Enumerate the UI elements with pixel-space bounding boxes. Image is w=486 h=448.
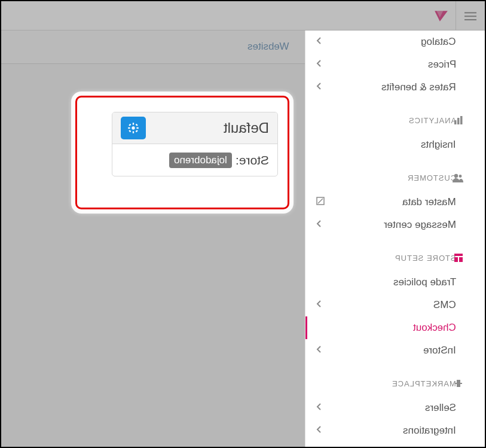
- sidebar-label: Catalog: [421, 36, 456, 48]
- highlight-callout: Default: [75, 96, 289, 209]
- section-label: ANALYTICS: [408, 116, 456, 125]
- sidebar-label: Rates & benefits: [381, 81, 456, 93]
- sidebar-item-sellers[interactable]: Sellers: [305, 397, 485, 419]
- sidebar-label: Checkout: [413, 322, 456, 334]
- store-badge: lojadobreno: [169, 153, 232, 168]
- store-value: lojadobreno: [174, 154, 227, 166]
- svg-point-6: [454, 174, 458, 178]
- settings-button[interactable]: [121, 117, 146, 139]
- svg-rect-19: [136, 130, 138, 132]
- store-label: Store:: [236, 153, 269, 167]
- section-label: STORE SETUP: [395, 254, 456, 263]
- sidebar-item-catalog[interactable]: Catalog: [305, 31, 485, 53]
- svg-rect-20: [136, 124, 138, 126]
- svg-rect-3: [454, 120, 457, 124]
- sidebar-item-checkout[interactable]: Checkout: [305, 316, 485, 339]
- chevron-left-icon: [316, 402, 322, 414]
- sidebar-item-insights[interactable]: Insights: [305, 133, 485, 156]
- svg-point-7: [459, 175, 462, 178]
- dim-overlay-top: [1, 1, 485, 31]
- section-label: CUSTOMER: [407, 173, 456, 182]
- external-link-icon: [316, 196, 325, 208]
- section-label: MARKETPLACE: [392, 379, 456, 388]
- svg-rect-10: [454, 254, 463, 256]
- sidebar-label: Message center: [384, 219, 456, 231]
- chevron-left-icon: [316, 345, 322, 356]
- chevron-left-icon: [316, 36, 322, 48]
- chevron-left-icon: [316, 81, 322, 93]
- svg-rect-5: [460, 116, 463, 124]
- svg-rect-17: [136, 127, 138, 129]
- sidebar-section-customer: CUSTOMER: [305, 164, 485, 191]
- chevron-left-icon: [316, 425, 322, 437]
- svg-rect-15: [133, 131, 134, 133]
- card-header: Default: [112, 112, 277, 144]
- dim-overlay: [1, 31, 305, 447]
- sidebar-label: Prices: [428, 59, 456, 71]
- chevron-left-icon: [316, 219, 322, 231]
- sidebar-section-store-setup: STORE SETUP: [305, 245, 485, 271]
- svg-rect-16: [128, 127, 130, 129]
- sidebar-label: Integrations: [403, 425, 456, 437]
- svg-point-13: [132, 126, 135, 129]
- card-store-row: Store: lojadobreno: [112, 144, 277, 176]
- svg-rect-12: [459, 257, 463, 262]
- sidebar-label: Sellers: [425, 402, 456, 414]
- gear-icon: [127, 122, 139, 134]
- svg-rect-21: [129, 130, 131, 132]
- sidebar-item-integrations[interactable]: Integrations: [305, 419, 485, 442]
- sidebar-item-instore[interactable]: InStore: [305, 339, 485, 362]
- sidebar-item-prices[interactable]: Prices: [305, 53, 485, 76]
- sidebar: Catalog Prices Rates & benefits ANALYTIC…: [305, 31, 485, 447]
- svg-rect-11: [454, 257, 458, 262]
- sidebar-label: CMS: [433, 299, 456, 311]
- chevron-left-icon: [316, 59, 322, 71]
- sidebar-item-cms[interactable]: CMS: [305, 294, 485, 316]
- svg-line-9: [318, 199, 323, 203]
- sidebar-section-analytics: ANALYTICS: [305, 107, 485, 133]
- card-title: Default: [224, 120, 269, 136]
- sidebar-label: InStore: [423, 345, 456, 356]
- app-frame: Catalog Prices Rates & benefits ANALYTIC…: [0, 0, 486, 448]
- sidebar-label: Insights: [421, 139, 456, 151]
- sidebar-item-rates[interactable]: Rates & benefits: [305, 76, 485, 99]
- sidebar-section-marketplace: MARKETPLACE: [305, 370, 485, 397]
- sidebar-item-trade-policies[interactable]: Trade policies: [305, 271, 485, 294]
- sidebar-item-message-center[interactable]: Message center: [305, 214, 485, 236]
- svg-rect-14: [133, 123, 134, 124]
- sidebar-item-master-data[interactable]: Master data: [305, 191, 485, 214]
- svg-rect-4: [457, 118, 460, 124]
- checkout-card: Default: [112, 112, 278, 176]
- chevron-left-icon: [316, 299, 322, 311]
- svg-rect-18: [129, 124, 131, 126]
- sidebar-label: Master data: [402, 196, 456, 208]
- sidebar-label: Trade policies: [393, 276, 456, 288]
